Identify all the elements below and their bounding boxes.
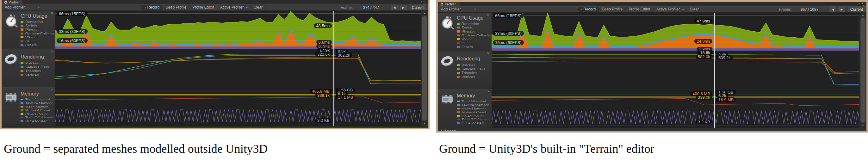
legend-item[interactable]: Material Count	[21, 107, 54, 111]
clear-button[interactable]: Clear	[251, 5, 266, 10]
cpu-chart-band[interactable]	[55, 11, 421, 49]
close-icon[interactable]: ✕	[51, 49, 54, 53]
legend-item[interactable]: Scripts	[457, 25, 490, 29]
legend-item[interactable]: Rendering	[457, 21, 490, 25]
legend-item[interactable]: Total Allocated	[21, 97, 54, 100]
close-icon[interactable]: ✕	[487, 13, 490, 17]
rendering-line-chart[interactable]	[492, 51, 859, 89]
cpu-area-chart[interactable]	[55, 11, 421, 49]
legend-item[interactable]: Texture Memory	[21, 100, 54, 104]
rendering-line-chart[interactable]	[55, 49, 421, 87]
vertical-scrollbar[interactable]: ▲▼	[421, 11, 428, 126]
panel-cpu[interactable]: CPU UsageRenderingScriptsPhysicsGarbageC…	[438, 13, 492, 51]
panel-title: Memory	[21, 91, 39, 97]
legend-item[interactable]: Object Count	[21, 111, 54, 115]
current-frame-button[interactable]: Current	[410, 5, 427, 10]
legend-item[interactable]: GarbageCollector	[21, 31, 54, 34]
panel-memory[interactable]: MemoryTotal AllocatedTexture MemoryMesh …	[438, 89, 492, 128]
legend-item[interactable]: Physics	[457, 29, 490, 32]
profiler-main: CPU UsageRenderingScriptsPhysicsGarbageC…	[2, 11, 428, 126]
deep-profile-button[interactable]: Deep Profile	[163, 5, 189, 10]
scroll-down-icon[interactable]: ▼	[421, 122, 428, 126]
add-profiler-dropdown[interactable]: ▾Add Profiler	[3, 5, 41, 10]
vertical-scrollbar[interactable]: ▲▼	[859, 13, 866, 128]
legend-item[interactable]: Total Allocated	[457, 99, 490, 102]
scroll-up-icon[interactable]: ▲	[860, 13, 866, 18]
active-profiler-label: Active Profiler	[656, 7, 680, 11]
frame-stat-label: 339.1k	[315, 93, 332, 98]
record-button[interactable]: ●Record	[142, 5, 163, 10]
profile-editor-button[interactable]: Profile Editor	[189, 5, 217, 10]
scroll-up-icon[interactable]: ▲	[421, 11, 428, 15]
profile-editor-button[interactable]: Profile Editor	[626, 7, 654, 12]
legend-item[interactable]: Material Count	[457, 109, 490, 113]
memory-line-chart[interactable]	[55, 87, 421, 125]
close-icon[interactable]: ✕	[51, 88, 54, 91]
legend-item[interactable]: Texture Memory	[457, 102, 490, 106]
deep-profile-button[interactable]: Deep Profile	[599, 7, 626, 12]
panel-rendering[interactable]: RenderingBatchesSetPass CallsTrianglesVe…	[2, 49, 55, 87]
legend-item[interactable]: Vertices	[457, 74, 490, 78]
rendering-chart-band[interactable]	[492, 51, 859, 89]
legend-label: Physics	[25, 28, 38, 30]
cpu-chart-band[interactable]	[492, 13, 859, 51]
close-icon[interactable]: ✕	[487, 90, 490, 93]
close-icon[interactable]: ✕	[51, 11, 54, 15]
legend-item[interactable]: GarbageCollector	[457, 33, 490, 36]
legend-item[interactable]: Object Count	[457, 113, 490, 117]
legend-item[interactable]: GC Allocated	[457, 120, 490, 124]
profiler-tab[interactable]: Profiler	[438, 2, 460, 6]
legend-item[interactable]: Others	[21, 42, 54, 46]
legend-item[interactable]: Mesh Memory	[21, 104, 54, 107]
add-profiler-dropdown[interactable]: ▾Add Profiler	[439, 7, 478, 12]
legend-item[interactable]: Others	[457, 44, 490, 48]
panel-rendering[interactable]: RenderingBatchesSetPass CallsTrianglesVe…	[438, 51, 492, 89]
panel-cpu[interactable]: CPU UsageRenderingScriptsPhysicsGarbageC…	[2, 11, 55, 49]
selected-frame-line[interactable]	[714, 13, 715, 128]
prev-frame-button[interactable]: ◀	[829, 7, 837, 12]
legend-item[interactable]: Batches	[457, 62, 490, 66]
legend-item[interactable]: Triangles	[457, 70, 490, 74]
record-button[interactable]: ●Record	[578, 7, 599, 12]
scroll-down-icon[interactable]: ▼	[860, 123, 866, 128]
scrollbar-thumb[interactable]	[422, 16, 427, 121]
frame-stat-label: 322.6k	[315, 52, 332, 57]
memory-chart-band[interactable]	[492, 89, 859, 128]
frame-stat-label: 582.0k	[695, 55, 712, 59]
active-profiler-dropdown[interactable]: Active Profiler▾	[217, 5, 251, 10]
legend-item[interactable]: Mesh Memory	[457, 106, 490, 109]
legend-item[interactable]: Rendering	[21, 19, 54, 23]
legend-item[interactable]: Total GC Allocated	[457, 117, 490, 120]
legend-item[interactable]: GC Allocated	[21, 118, 54, 122]
legend-item[interactable]: VSync	[21, 34, 54, 38]
close-icon[interactable]: ✕	[487, 52, 490, 55]
profiler-tab[interactable]: Profiler	[2, 0, 24, 4]
cpu-area-chart[interactable]	[492, 13, 859, 51]
legend-item[interactable]: Vertices	[21, 72, 54, 76]
legend-swatch	[21, 29, 23, 30]
active-profiler-dropdown[interactable]: Active Profiler▾	[654, 7, 687, 12]
next-frame-button[interactable]: ▶	[838, 7, 845, 12]
prev-frame-button[interactable]: ◀	[391, 5, 398, 10]
memory-chart-band[interactable]	[55, 87, 421, 126]
legend-item[interactable]: Gi	[457, 40, 490, 44]
legend-item[interactable]: Gi	[21, 38, 54, 42]
legend-item[interactable]: SetPass Calls	[21, 64, 54, 68]
legend-item[interactable]: Triangles	[21, 68, 54, 72]
legend-item[interactable]: Physics	[21, 27, 54, 30]
selected-frame-line[interactable]	[333, 11, 334, 126]
panel-memory[interactable]: MemoryTotal AllocatedTexture MemoryMesh …	[2, 87, 55, 126]
legend-item[interactable]: SetPass Calls	[457, 66, 490, 70]
rendering-chart-band[interactable]	[55, 49, 421, 87]
legend-item[interactable]: Batches	[21, 60, 54, 64]
scrollbar-thumb[interactable]	[860, 18, 865, 123]
legend-item[interactable]: Scripts	[21, 23, 54, 27]
legend-item[interactable]: VSync	[457, 36, 490, 40]
clear-button[interactable]: Clear	[687, 7, 702, 12]
current-frame-button[interactable]: Current	[848, 7, 865, 12]
record-label: Record	[147, 5, 159, 9]
next-frame-button[interactable]: ▶	[400, 5, 407, 10]
legend-item[interactable]: Total GC Allocated	[21, 115, 54, 118]
legend-swatch	[457, 46, 460, 48]
memory-line-chart[interactable]	[492, 89, 859, 127]
